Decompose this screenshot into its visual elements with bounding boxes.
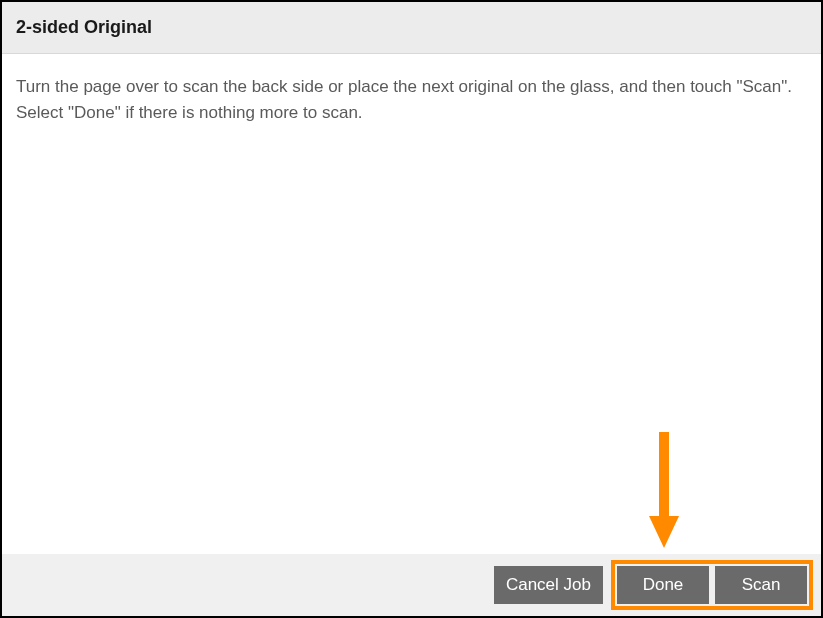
dialog-footer: Cancel Job Done Scan bbox=[2, 554, 821, 616]
dialog-header: 2-sided Original bbox=[2, 2, 821, 54]
dialog-frame: 2-sided Original Turn the page over to s… bbox=[0, 0, 823, 618]
instruction-text: Turn the page over to scan the back side… bbox=[16, 74, 807, 125]
done-button[interactable]: Done bbox=[617, 566, 709, 604]
dialog-title: 2-sided Original bbox=[16, 17, 807, 38]
dialog-content: Turn the page over to scan the back side… bbox=[2, 54, 821, 554]
highlight-annotation: Done Scan bbox=[611, 560, 813, 610]
cancel-job-button[interactable]: Cancel Job bbox=[494, 566, 603, 604]
scan-button[interactable]: Scan bbox=[715, 566, 807, 604]
